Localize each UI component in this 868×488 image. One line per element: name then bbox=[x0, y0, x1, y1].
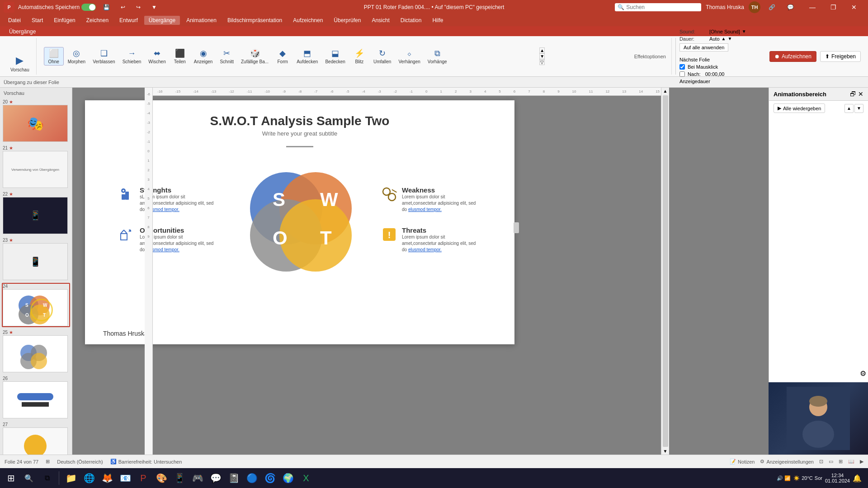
slide-sorter-btn[interactable]: ⊞ bbox=[839, 459, 843, 465]
taskbar-app1-btn[interactable]: 🔵 bbox=[244, 470, 260, 486]
mouse-click-checkbox[interactable] bbox=[679, 64, 685, 70]
minimize-btn[interactable]: — bbox=[802, 0, 823, 14]
menu-dictation[interactable]: Dictation bbox=[396, 16, 426, 25]
normal-view-btn[interactable]: ▭ bbox=[829, 459, 833, 465]
reading-view-btn[interactable]: 📖 bbox=[848, 459, 854, 465]
threats-link[interactable]: elusmod tempor. bbox=[408, 247, 442, 252]
ribbon-btn-umfallen[interactable]: ↻ Umfallen bbox=[370, 47, 394, 66]
taskbar-game-btn[interactable]: 🎮 bbox=[189, 470, 206, 486]
start-btn[interactable]: ⊞ bbox=[3, 470, 19, 486]
ribbon-btn-blitz[interactable]: ⚡ Blitz bbox=[349, 47, 369, 66]
menu-start[interactable]: Start bbox=[27, 16, 47, 25]
customize-btn[interactable]: ▼ bbox=[148, 3, 160, 11]
apply-all-btn[interactable]: Auf alle anwenden bbox=[679, 43, 729, 52]
anim-up-btn[interactable]: ▲ bbox=[844, 104, 854, 113]
slide-thumb-21[interactable]: 21 ★ Verwendung von Übergängen bbox=[2, 145, 70, 189]
menu-einfuegen[interactable]: Einfügen bbox=[49, 16, 80, 25]
taskview-btn[interactable]: ⧉ bbox=[39, 470, 55, 486]
menu-hilfe[interactable]: Hilfe bbox=[428, 16, 448, 25]
taskbar-edge-btn[interactable]: 🌍 bbox=[280, 470, 296, 486]
ribbon-btn-vorhaenge[interactable]: ⧉ Vorhänge bbox=[425, 47, 450, 66]
menu-uebergaenge[interactable]: Übergänge bbox=[144, 16, 180, 25]
sound-dropdown[interactable]: ▼ bbox=[742, 29, 746, 34]
undo-btn[interactable]: ↩ bbox=[117, 3, 129, 11]
anim-settings-icon[interactable]: ⚙ bbox=[860, 369, 866, 378]
close-btn[interactable]: ✕ bbox=[844, 0, 864, 14]
ribbon-btn-vorschau[interactable]: ▶ Vorschau bbox=[7, 53, 33, 74]
taskbar-powerpoint-btn[interactable]: P bbox=[135, 470, 151, 486]
anim-panel-collapse-btn[interactable]: 🗗 bbox=[850, 90, 856, 98]
slide-thumb-27[interactable]: 27 bbox=[2, 421, 70, 455]
menu-zeichnen[interactable]: Zeichnen bbox=[82, 16, 113, 25]
menu-datei[interactable]: Datei bbox=[4, 16, 25, 25]
menu-ansicht[interactable]: Ansicht bbox=[367, 16, 394, 25]
slide-thumb-20[interactable]: 20 ★ 🎭 bbox=[2, 99, 70, 143]
ribbon-btn-wischen[interactable]: ⬌ Wischen bbox=[145, 47, 169, 66]
ribbon-btn-teilen[interactable]: ⬛ Teilen bbox=[170, 47, 190, 66]
view-settings-btn[interactable]: ⚙ Anzeigeeinstellungen bbox=[760, 459, 814, 465]
ribbon-btn-aufdecken[interactable]: ⬒ Aufdecken bbox=[293, 47, 321, 66]
menu-entwurf[interactable]: Entwurf bbox=[115, 16, 142, 25]
taskbar-paint-btn[interactable]: 🎨 bbox=[153, 470, 170, 486]
slide-thumb-25[interactable]: 25 ★ bbox=[2, 329, 70, 373]
weakness-link[interactable]: elusmod tempor. bbox=[408, 207, 442, 212]
canvas-area[interactable]: -6-5-4-3-2-10123456789 -16-15-14-13-12-1… bbox=[72, 88, 769, 455]
duration-up[interactable]: ▲ bbox=[722, 36, 726, 41]
slide-thumb-24[interactable]: 24 S W O T bbox=[2, 283, 70, 327]
taskbar-firefox-btn[interactable]: 🦊 bbox=[99, 470, 115, 486]
menu-bildschirm[interactable]: Bildschirmpräsentation bbox=[223, 16, 287, 25]
share-btn[interactable]: ⬆ Freigeben bbox=[820, 51, 861, 62]
taskbar-excel-btn[interactable]: X bbox=[298, 470, 314, 486]
record-btn[interactable]: ⏺ Aufzeichnen bbox=[769, 51, 816, 62]
anim-panel-close-btn[interactable]: ✕ bbox=[858, 90, 863, 98]
ribbon-btn-bedecken[interactable]: ⬓ Bedecken bbox=[322, 47, 348, 66]
menu-aufzeichnen[interactable]: Aufzeichnen bbox=[288, 16, 327, 25]
search-taskbar-btn[interactable]: 🔍 bbox=[21, 470, 37, 486]
taskbar-explorer-btn[interactable]: 📁 bbox=[63, 470, 79, 486]
slideshow-btn[interactable]: ▶ bbox=[860, 459, 863, 465]
anim-down-btn[interactable]: ▼ bbox=[854, 104, 863, 113]
taskbar-outlook-btn[interactable]: 📧 bbox=[117, 470, 133, 486]
share-icon-btn[interactable]: 🔗 bbox=[765, 3, 779, 11]
ribbon-btn-zufaellig[interactable]: 🎲 Zufällige Ba... bbox=[238, 47, 272, 66]
autosave-toggle[interactable]: Automatisches Speichern bbox=[18, 4, 96, 11]
resize-handle[interactable] bbox=[514, 222, 519, 233]
ribbon-btn-verblassen[interactable]: ❑ Verblassen bbox=[90, 47, 118, 66]
save-btn[interactable]: 💾 bbox=[99, 3, 113, 11]
taskbar-onenote-btn[interactable]: 📓 bbox=[226, 470, 242, 486]
scroll-down-btn[interactable]: ▼ bbox=[539, 53, 545, 59]
search-box[interactable]: 🔍 bbox=[615, 3, 701, 11]
fit-page-btn[interactable]: ⊡ bbox=[819, 459, 823, 465]
ribbon-btn-anzeigen[interactable]: ◉ Anzeigen bbox=[191, 47, 216, 66]
notification-btn[interactable]: 🔔 bbox=[853, 474, 862, 483]
ribbon-btn-schnitt[interactable]: ✂ Schnitt bbox=[217, 47, 237, 66]
effekt-btn[interactable]: Effektoptionen bbox=[632, 53, 668, 60]
ribbon-btn-form[interactable]: ◆ Form bbox=[273, 47, 292, 66]
redo-btn[interactable]: ↪ bbox=[132, 3, 144, 11]
taskbar-teams-btn[interactable]: 💬 bbox=[208, 470, 224, 486]
comment-btn[interactable]: 💬 bbox=[783, 3, 797, 11]
duration-down[interactable]: ▼ bbox=[727, 36, 732, 41]
ribbon-btn-morphen[interactable]: ◎ Morphen bbox=[65, 47, 89, 66]
taskbar-chrome-btn[interactable]: 🌐 bbox=[81, 470, 97, 486]
v-scrollbar-thumb[interactable] bbox=[663, 95, 668, 447]
anim-play-btn[interactable]: ▶ Alle wiedergeben bbox=[774, 103, 825, 113]
slide-thumb-22[interactable]: 22 ★ 📱 bbox=[2, 191, 70, 235]
notes-btn[interactable]: 📝 Notizen bbox=[730, 459, 755, 465]
taskbar-app2-btn[interactable]: 🌀 bbox=[262, 470, 278, 486]
ribbon-btn-schieben[interactable]: → Schieben bbox=[119, 47, 145, 66]
v-scroll[interactable]: ▲ ▼ bbox=[661, 88, 669, 455]
scroll-top-btn[interactable]: ▲ bbox=[662, 88, 669, 94]
expand-btn[interactable]: ▽ bbox=[539, 59, 545, 65]
search-input[interactable] bbox=[626, 4, 698, 10]
scroll-bottom-btn[interactable]: ▼ bbox=[662, 448, 669, 455]
scroll-up-btn[interactable]: ▲ bbox=[539, 47, 545, 53]
slide-thumb-26[interactable]: 26 bbox=[2, 375, 70, 419]
ribbon-btn-verhaengen[interactable]: ⬦ Verhängen bbox=[395, 47, 423, 66]
fit-btn[interactable]: ⊞ bbox=[46, 459, 50, 465]
slide-thumb-23[interactable]: 23 ★ 📱 bbox=[2, 237, 70, 281]
restore-btn[interactable]: ❐ bbox=[823, 0, 844, 14]
taskbar-phone-btn[interactable]: 📱 bbox=[171, 470, 188, 486]
menu-animationen[interactable]: Animationen bbox=[182, 16, 221, 25]
autosave-switch[interactable] bbox=[81, 4, 96, 11]
